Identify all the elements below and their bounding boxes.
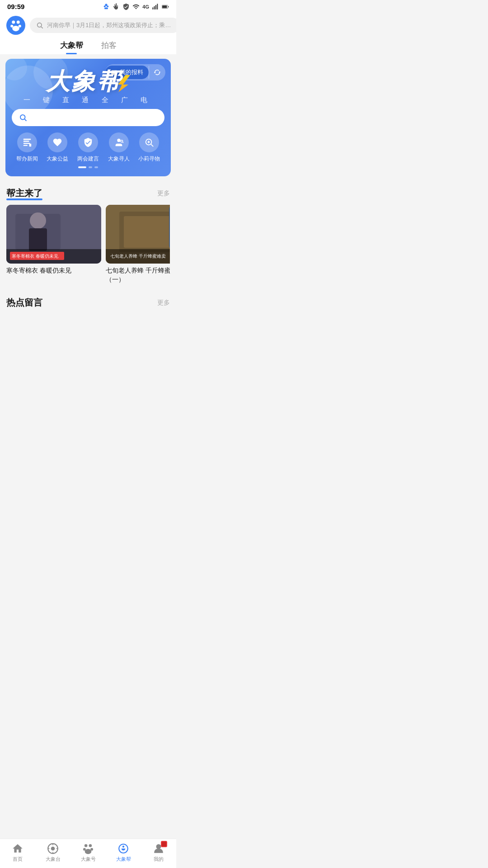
nav-daxiangtai-label: 大象台 [46,856,61,863]
service-xiaoli-xunwu[interactable]: 小莉寻物 [138,132,160,163]
svg-rect-39 [124,216,170,248]
svg-point-53 [156,844,161,849]
hot-comments-section: 热点留言 更多 [0,290,176,319]
dot-2 [89,166,92,168]
nav-my-label: 我的 [154,856,164,863]
svg-point-11 [38,23,42,27]
daxiangtai-icon [47,843,59,854]
bangzhu-section: 帮主来了 更多 寒冬寄棉衣 春暖仍未见 寒冬寄棉 [0,181,176,290]
xunwu-icon [144,137,154,147]
svg-point-47 [51,847,55,851]
svg-line-17 [24,119,26,121]
refresh-button[interactable] [149,64,165,80]
banner-search-bar[interactable] [12,109,164,126]
nav-daxianghao[interactable]: 大象号 [70,843,106,863]
card1-image: 寒冬寄棉衣 春暖仍未见 [6,205,101,264]
card2-image: 七旬老人养蜂 千斤蜂蜜难卖 [106,205,170,264]
status-time: 09:59 [7,3,24,10]
signal-icon [152,3,159,10]
dot-1 [78,166,86,168]
lianghui-icon-circle [78,132,98,152]
news-card-1[interactable]: 寒冬寄棉衣 春暖仍未见 寒冬寄棉衣 春暖仍未见 [6,205,101,284]
svg-line-12 [41,27,43,28]
tab-daxiangbang[interactable]: 大象帮 [60,40,83,54]
search-icon [36,22,43,29]
service-daxiang-gongyi[interactable]: 大象公益 [47,132,68,163]
bangzhu-more[interactable]: 更多 [157,189,170,198]
svg-rect-55 [162,842,166,846]
bangzhu-title: 帮主来了 [6,187,42,199]
svg-rect-3 [157,4,158,9]
banner-search-icon [19,113,27,122]
svg-rect-40 [169,205,170,250]
xunren-icon [114,137,124,147]
news-card-2[interactable]: 七旬老人养蜂 千斤蜂蜜难卖 七旬老人养蜂 千斤蜂蜜急需买家（一） [106,205,170,284]
svg-point-32 [30,212,46,229]
svg-rect-18 [23,139,31,140]
header-logo-search: 河南你早｜3月1日起，郑州这项政策停止；乘坐进... [6,16,170,35]
service-daxiang-xunren[interactable]: 大象寻人 [108,132,130,163]
service-bangban-xinwen[interactable]: 帮办新闻 [16,132,38,163]
bangban-icon-circle [17,132,37,152]
bangban-icon [22,137,32,147]
svg-point-6 [12,21,15,24]
banner: 我的报料 大象帮 一 键 直 通 全 广 电 [5,59,171,176]
nav-my[interactable]: 我的 [141,843,176,863]
daxianghao-icon [82,843,94,854]
wifi-icon [132,3,140,10]
hand-icon [113,3,120,10]
hot-comments-header: 热点留言 更多 [6,297,170,309]
svg-rect-1 [154,6,155,9]
svg-rect-0 [152,7,153,9]
nav-daxiangtai[interactable]: 大象台 [35,843,70,863]
svg-line-25 [122,142,123,143]
header-search-bar[interactable]: 河南你早｜3月1日起，郑州这项政策停止；乘坐进... [30,18,176,33]
nav-home[interactable]: 首页 [0,843,35,863]
paw-icon [103,3,110,10]
badge-icon [161,838,167,850]
search-placeholder-text: 河南你早｜3月1日起，郑州这项政策停止；乘坐进... [47,21,174,29]
svg-text:七旬老人养蜂 千斤蜂蜜难卖: 七旬老人养蜂 千斤蜂蜜难卖 [110,254,166,259]
news-scroll: 寒冬寄棉衣 春暖仍未见 寒冬寄棉衣 春暖仍未见 七旬老人养蜂 [6,205,170,286]
svg-rect-22 [29,144,31,146]
news-card-img-1: 寒冬寄棉衣 春暖仍未见 [6,205,101,264]
svg-rect-2 [155,5,156,9]
svg-line-27 [151,144,153,146]
nav-daxiangbang-label: 大象帮 [116,856,131,863]
status-icons: 4G [103,3,169,10]
svg-point-48 [84,844,88,847]
home-icon [12,843,23,854]
battery-icon [162,3,169,10]
gongyi-icon [52,137,62,147]
svg-rect-20 [23,143,30,144]
svg-point-23 [117,139,120,142]
svg-point-7 [17,21,20,24]
svg-rect-19 [23,141,29,142]
svg-point-10 [12,26,19,31]
xunren-icon-circle [109,132,129,152]
bangzhu-header: 帮主来了 更多 [6,187,170,199]
svg-text:寒冬寄棉衣  春暖仍未见: 寒冬寄棉衣 春暖仍未见 [12,254,58,259]
svg-rect-5 [162,5,167,8]
service-icon-grid: 帮办新闻 大象公益 两会建言 [12,132,164,163]
news-card-img-2: 七旬老人养蜂 千斤蜂蜜难卖 [106,205,170,264]
svg-rect-21 [23,145,28,146]
network-type: 4G [142,4,149,9]
shield-icon [122,3,130,10]
banner-subtitle: 一 键 直 通 全 广 电 [23,96,153,104]
news-title-2: 七旬老人养蜂 千斤蜂蜜急需买家（一） [106,266,170,284]
nav-daxianghao-label: 大象号 [81,856,96,863]
banner-main-title: 大象帮 [46,70,130,93]
bottom-nav: 首页 大象台 大象号 大象帮 [0,839,176,868]
tab-paiike[interactable]: 拍客 [101,40,117,54]
logo-icon [9,19,22,32]
app-logo[interactable] [6,16,25,35]
xunwu-icon-circle [139,132,159,152]
lianghui-icon [83,137,93,147]
refresh-icon [153,68,161,76]
my-badge [161,841,167,847]
hot-comments-more[interactable]: 更多 [157,299,170,307]
hot-comments-title: 热点留言 [6,297,42,309]
nav-daxiangbang[interactable]: 大象帮 [106,843,141,863]
service-lianghui-jianyan[interactable]: 两会建言 [77,132,99,163]
